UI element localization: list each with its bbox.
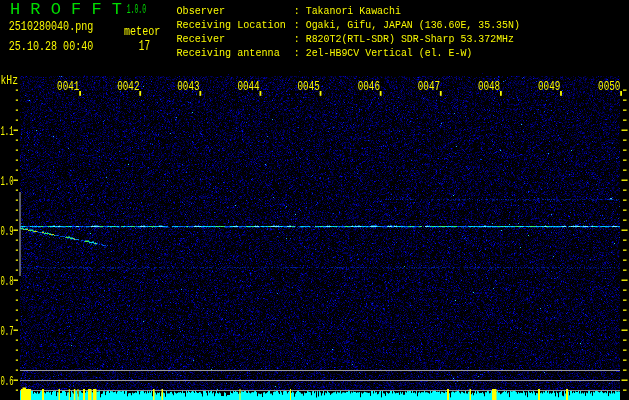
svg-text:0045: 0045: [298, 79, 320, 94]
svg-text:0.8: 0.8: [1, 274, 14, 289]
svg-text:17: 17: [139, 38, 150, 54]
svg-text:Receiving Location: Receiving Location: [177, 19, 286, 31]
svg-text:0043: 0043: [177, 79, 199, 94]
svg-text:kHz: kHz: [1, 74, 19, 88]
svg-text:Observer: Observer: [177, 5, 226, 17]
svg-text:: Takanori Kawachi: : Takanori Kawachi: [294, 5, 401, 17]
svg-text:0044: 0044: [237, 79, 259, 94]
svg-text:0046: 0046: [358, 79, 380, 94]
svg-text:: Ogaki, Gifu, JAPAN (136.60E,: : Ogaki, Gifu, JAPAN (136.60E, 35.35N): [294, 19, 520, 31]
svg-text:0.9: 0.9: [1, 224, 14, 239]
svg-text:0047: 0047: [418, 79, 440, 94]
svg-text:25.10.28 00:40: 25.10.28 00:40: [9, 40, 94, 54]
svg-text:Receiver: Receiver: [177, 33, 226, 45]
svg-text:1.1: 1.1: [1, 124, 14, 139]
svg-text:H R O F F T: H R O F F T: [10, 0, 122, 19]
svg-text:1.0.0: 1.0.0: [127, 3, 146, 17]
svg-text:2510280040.png: 2510280040.png: [9, 20, 94, 34]
svg-text:0041: 0041: [57, 79, 79, 94]
svg-text:0049: 0049: [538, 79, 560, 94]
svg-text:: R820T2(RTL-SDR) SDR-Sharp 53: : R820T2(RTL-SDR) SDR-Sharp 53.372MHz: [294, 33, 514, 45]
svg-text:0042: 0042: [117, 79, 139, 94]
svg-text:0.6: 0.6: [1, 374, 14, 389]
svg-text:0050: 0050: [598, 79, 620, 94]
svg-text:0.7: 0.7: [1, 324, 14, 339]
svg-text:Receiving antenna: Receiving antenna: [177, 47, 281, 59]
svg-text:1.0: 1.0: [1, 174, 14, 189]
svg-text:0048: 0048: [478, 79, 500, 94]
svg-text:meteor: meteor: [124, 25, 160, 39]
svg-text:: 2el-HB9CV Vertical (el. E-W): : 2el-HB9CV Vertical (el. E-W): [294, 47, 473, 59]
